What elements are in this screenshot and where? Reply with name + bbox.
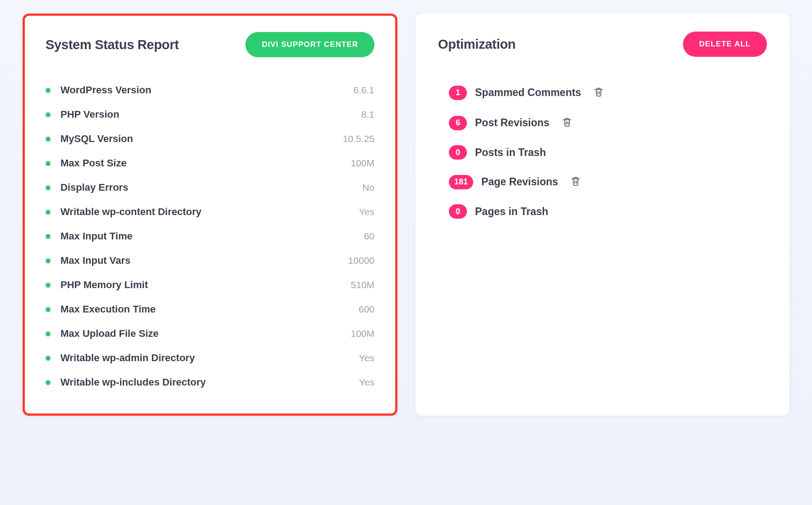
system-status-item-value: 60: [364, 231, 374, 242]
status-ok-dot-icon: [46, 161, 51, 166]
system-status-item-left: Writable wp-admin Directory: [46, 352, 195, 364]
system-status-item-left: PHP Memory Limit: [46, 279, 148, 291]
system-status-item-left: Max Upload File Size: [46, 328, 159, 340]
optimization-item-label: Spammed Comments: [475, 87, 581, 99]
status-ok-dot-icon: [46, 185, 51, 190]
system-status-item: Max Input Time60: [46, 224, 374, 248]
status-ok-dot-icon: [46, 307, 51, 312]
divi-support-center-button[interactable]: DIVI SUPPORT CENTER: [245, 32, 374, 57]
system-status-item-label: MySQL Version: [60, 133, 133, 145]
delete-item-button[interactable]: [569, 174, 582, 190]
system-status-item-label: WordPress Version: [60, 84, 151, 96]
status-ok-dot-icon: [46, 210, 51, 215]
system-status-item: MySQL Version10.5.25: [46, 127, 374, 151]
system-status-item-value: 10.5.25: [343, 133, 374, 144]
optimization-count-badge: 6: [449, 116, 467, 130]
system-status-item: WordPress Version6.6.1: [46, 78, 374, 102]
system-status-item: Max Post Size100M: [46, 151, 374, 175]
optimization-count-badge: 181: [449, 175, 473, 189]
system-status-item-value: 8.1: [361, 109, 374, 120]
status-ok-dot-icon: [46, 356, 51, 361]
system-status-item-label: Max Execution Time: [60, 303, 156, 315]
optimization-item-label: Pages in Trash: [475, 206, 548, 218]
optimization-item: 0Posts in Trash: [449, 138, 767, 167]
optimization-count-badge: 0: [449, 145, 467, 160]
system-status-item: Max Execution Time600: [46, 297, 374, 321]
optimization-panel: Optimization DELETE ALL 1Spammed Comment…: [415, 14, 789, 416]
system-status-panel: System Status Report DIVI SUPPORT CENTER…: [23, 14, 397, 416]
system-status-item: Writable wp-includes DirectoryYes: [46, 370, 374, 395]
system-status-item-left: WordPress Version: [46, 84, 151, 96]
trash-icon: [562, 117, 572, 129]
system-status-item-label: Max Input Time: [60, 230, 133, 242]
system-status-item-value: No: [362, 182, 374, 193]
status-ok-dot-icon: [46, 234, 51, 239]
optimization-title: Optimization: [438, 37, 516, 52]
trash-icon: [571, 176, 581, 188]
optimization-list: 1Spammed Comments6Post Revisions0Posts i…: [438, 78, 767, 226]
optimization-item: 0Pages in Trash: [449, 197, 767, 226]
status-ok-dot-icon: [46, 283, 51, 288]
optimization-item: 181Page Revisions: [449, 167, 767, 197]
delete-item-button[interactable]: [560, 115, 574, 131]
system-status-title: System Status Report: [46, 37, 179, 52]
system-status-item-label: Writable wp-admin Directory: [60, 352, 195, 364]
system-status-item-value: 10000: [348, 255, 374, 266]
system-status-item: Writable wp-content DirectoryYes: [46, 200, 374, 224]
system-status-item: Max Input Vars10000: [46, 248, 374, 273]
system-status-item-label: Writable wp-includes Directory: [60, 376, 206, 388]
trash-icon: [594, 87, 604, 99]
system-status-item-left: Max Input Vars: [46, 255, 130, 266]
system-status-item-left: Max Input Time: [46, 230, 133, 242]
optimization-count-badge: 0: [449, 204, 467, 219]
system-status-item-left: Max Execution Time: [46, 303, 156, 315]
system-status-item-label: Writable wp-content Directory: [60, 206, 202, 218]
status-ok-dot-icon: [46, 137, 51, 142]
system-status-item-label: PHP Version: [60, 109, 119, 120]
optimization-item-label: Page Revisions: [481, 176, 558, 188]
system-status-item-label: Max Post Size: [60, 157, 127, 169]
system-status-item: Max Upload File Size100M: [46, 321, 374, 346]
system-status-item-left: MySQL Version: [46, 133, 133, 145]
status-ok-dot-icon: [46, 112, 51, 117]
system-status-item-label: Max Input Vars: [60, 255, 130, 266]
system-status-item: Writable wp-admin DirectoryYes: [46, 346, 374, 370]
system-status-item-left: Max Post Size: [46, 157, 127, 169]
system-status-item-left: PHP Version: [46, 109, 119, 120]
status-ok-dot-icon: [46, 258, 51, 263]
optimization-header: Optimization DELETE ALL: [438, 32, 767, 57]
optimization-item: 1Spammed Comments: [449, 78, 767, 108]
system-status-item: Display ErrorsNo: [46, 175, 374, 200]
system-status-item-label: Display Errors: [60, 182, 128, 193]
system-status-item-label: PHP Memory Limit: [60, 279, 148, 291]
system-status-item-value: 600: [359, 304, 374, 315]
system-status-item-left: Writable wp-includes Directory: [46, 376, 206, 388]
system-status-item-value: 100M: [351, 158, 374, 169]
system-status-item-value: 510M: [351, 280, 374, 290]
optimization-item-label: Post Revisions: [475, 117, 549, 129]
system-status-item-value: Yes: [359, 207, 374, 217]
system-status-item-value: 6.6.1: [353, 85, 374, 96]
system-status-header: System Status Report DIVI SUPPORT CENTER: [46, 32, 374, 57]
system-status-item-label: Max Upload File Size: [60, 328, 159, 340]
status-ok-dot-icon: [46, 88, 51, 93]
status-ok-dot-icon: [46, 380, 51, 385]
system-status-item-value: Yes: [359, 377, 374, 388]
system-status-item: PHP Memory Limit510M: [46, 273, 374, 297]
system-status-item-value: Yes: [359, 353, 374, 363]
optimization-item-label: Posts in Trash: [475, 147, 546, 159]
status-ok-dot-icon: [46, 331, 51, 336]
system-status-item-left: Display Errors: [46, 182, 128, 193]
delete-all-button[interactable]: DELETE ALL: [683, 32, 767, 57]
optimization-item: 6Post Revisions: [449, 108, 767, 138]
optimization-count-badge: 1: [449, 86, 467, 100]
system-status-item-left: Writable wp-content Directory: [46, 206, 202, 218]
system-status-item: PHP Version8.1: [46, 102, 374, 127]
system-status-item-value: 100M: [351, 328, 374, 339]
system-status-list: WordPress Version6.6.1PHP Version8.1MySQ…: [46, 78, 374, 395]
delete-item-button[interactable]: [592, 85, 605, 101]
